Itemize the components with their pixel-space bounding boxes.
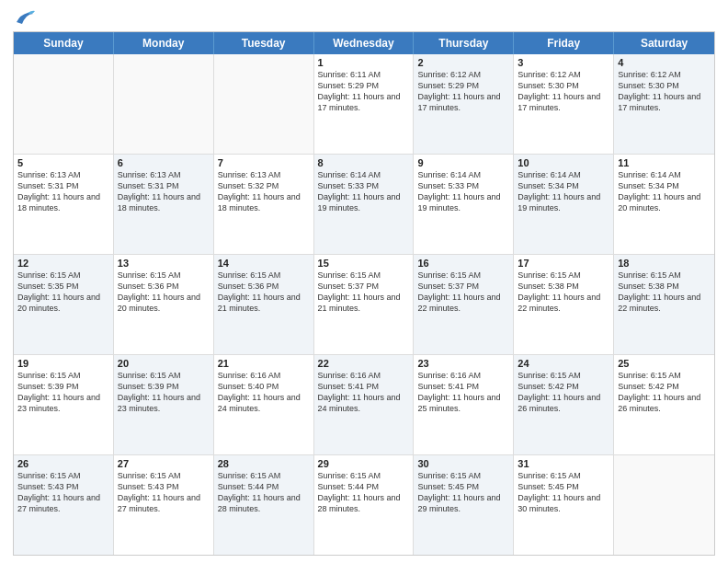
cal-header-wednesday: Wednesday bbox=[314, 32, 415, 54]
cell-info: Sunrise: 6:15 AM Sunset: 5:42 PM Dayligh… bbox=[618, 370, 711, 415]
day-number: 27 bbox=[118, 458, 210, 469]
day-number: 8 bbox=[318, 157, 410, 168]
cal-header-thursday: Thursday bbox=[414, 32, 514, 54]
cal-header-saturday: Saturday bbox=[614, 32, 714, 54]
cal-cell-1-0: 5Sunrise: 6:13 AM Sunset: 5:31 PM Daylig… bbox=[14, 155, 114, 254]
cal-cell-0-2 bbox=[214, 54, 314, 154]
cell-info: Sunrise: 6:15 AM Sunset: 5:43 PM Dayligh… bbox=[118, 470, 210, 515]
day-number: 1 bbox=[318, 57, 410, 68]
cell-info: Sunrise: 6:14 AM Sunset: 5:34 PM Dayligh… bbox=[618, 169, 711, 214]
cell-info: Sunrise: 6:15 AM Sunset: 5:37 PM Dayligh… bbox=[318, 270, 410, 315]
logo-bird-icon bbox=[15, 9, 35, 26]
day-number: 13 bbox=[118, 258, 210, 269]
day-number: 15 bbox=[318, 258, 410, 269]
day-number: 19 bbox=[17, 358, 109, 369]
cal-cell-1-3: 8Sunrise: 6:14 AM Sunset: 5:33 PM Daylig… bbox=[314, 155, 415, 254]
cal-cell-1-1: 6Sunrise: 6:13 AM Sunset: 5:31 PM Daylig… bbox=[114, 155, 214, 254]
cal-cell-4-5: 31Sunrise: 6:15 AM Sunset: 5:45 PM Dayli… bbox=[514, 455, 614, 555]
cell-info: Sunrise: 6:15 AM Sunset: 5:35 PM Dayligh… bbox=[17, 270, 109, 315]
cal-cell-1-6: 11Sunrise: 6:14 AM Sunset: 5:34 PM Dayli… bbox=[614, 155, 714, 254]
cell-info: Sunrise: 6:14 AM Sunset: 5:34 PM Dayligh… bbox=[518, 169, 609, 214]
day-number: 28 bbox=[218, 458, 310, 469]
page: SundayMondayTuesdayWednesdayThursdayFrid… bbox=[0, 0, 728, 563]
day-number: 16 bbox=[417, 258, 509, 269]
day-number: 5 bbox=[17, 157, 109, 168]
cal-cell-4-0: 26Sunrise: 6:15 AM Sunset: 5:43 PM Dayli… bbox=[14, 455, 114, 555]
day-number: 24 bbox=[518, 358, 609, 369]
cal-cell-2-5: 17Sunrise: 6:15 AM Sunset: 5:38 PM Dayli… bbox=[514, 255, 614, 354]
cell-info: Sunrise: 6:15 AM Sunset: 5:36 PM Dayligh… bbox=[118, 270, 210, 315]
logo bbox=[13, 9, 35, 26]
cal-cell-2-4: 16Sunrise: 6:15 AM Sunset: 5:37 PM Dayli… bbox=[414, 255, 514, 354]
cal-header-tuesday: Tuesday bbox=[214, 32, 314, 54]
cell-info: Sunrise: 6:11 AM Sunset: 5:29 PM Dayligh… bbox=[318, 69, 410, 114]
day-number: 11 bbox=[618, 157, 711, 168]
cal-cell-3-1: 20Sunrise: 6:15 AM Sunset: 5:39 PM Dayli… bbox=[114, 355, 214, 454]
calendar: SundayMondayTuesdayWednesdayThursdayFrid… bbox=[13, 31, 715, 556]
cal-header-friday: Friday bbox=[514, 32, 614, 54]
cell-info: Sunrise: 6:15 AM Sunset: 5:39 PM Dayligh… bbox=[17, 370, 109, 415]
cal-header-sunday: Sunday bbox=[14, 32, 114, 54]
cal-cell-3-3: 22Sunrise: 6:16 AM Sunset: 5:41 PM Dayli… bbox=[314, 355, 415, 454]
day-number: 30 bbox=[417, 458, 509, 469]
day-number: 18 bbox=[618, 258, 711, 269]
cell-info: Sunrise: 6:15 AM Sunset: 5:45 PM Dayligh… bbox=[518, 470, 609, 515]
cell-info: Sunrise: 6:13 AM Sunset: 5:32 PM Dayligh… bbox=[218, 169, 310, 214]
cell-info: Sunrise: 6:12 AM Sunset: 5:30 PM Dayligh… bbox=[518, 69, 609, 114]
cal-cell-2-0: 12Sunrise: 6:15 AM Sunset: 5:35 PM Dayli… bbox=[14, 255, 114, 354]
day-number: 3 bbox=[518, 57, 609, 68]
cal-cell-0-6: 4Sunrise: 6:12 AM Sunset: 5:30 PM Daylig… bbox=[614, 54, 714, 154]
cal-cell-4-3: 29Sunrise: 6:15 AM Sunset: 5:44 PM Dayli… bbox=[314, 455, 415, 555]
cell-info: Sunrise: 6:13 AM Sunset: 5:31 PM Dayligh… bbox=[17, 169, 109, 214]
day-number: 12 bbox=[17, 258, 109, 269]
day-number: 9 bbox=[417, 157, 509, 168]
day-number: 6 bbox=[118, 157, 210, 168]
day-number: 29 bbox=[318, 458, 410, 469]
cell-info: Sunrise: 6:15 AM Sunset: 5:44 PM Dayligh… bbox=[218, 470, 310, 515]
cal-cell-3-6: 25Sunrise: 6:15 AM Sunset: 5:42 PM Dayli… bbox=[614, 355, 714, 454]
cal-cell-4-6 bbox=[614, 455, 714, 555]
cal-cell-1-4: 9Sunrise: 6:14 AM Sunset: 5:33 PM Daylig… bbox=[414, 155, 514, 254]
day-number: 17 bbox=[518, 258, 609, 269]
calendar-row-4: 26Sunrise: 6:15 AM Sunset: 5:43 PM Dayli… bbox=[14, 455, 714, 555]
cal-cell-0-5: 3Sunrise: 6:12 AM Sunset: 5:30 PM Daylig… bbox=[514, 54, 614, 154]
cell-info: Sunrise: 6:15 AM Sunset: 5:43 PM Dayligh… bbox=[17, 470, 109, 515]
cal-cell-2-1: 13Sunrise: 6:15 AM Sunset: 5:36 PM Dayli… bbox=[114, 255, 214, 354]
day-number: 23 bbox=[417, 358, 509, 369]
day-number: 31 bbox=[518, 458, 609, 469]
cal-cell-0-1 bbox=[114, 54, 214, 154]
cal-cell-1-5: 10Sunrise: 6:14 AM Sunset: 5:34 PM Dayli… bbox=[514, 155, 614, 254]
cell-info: Sunrise: 6:15 AM Sunset: 5:38 PM Dayligh… bbox=[618, 270, 711, 315]
cell-info: Sunrise: 6:16 AM Sunset: 5:41 PM Dayligh… bbox=[417, 370, 509, 415]
cell-info: Sunrise: 6:15 AM Sunset: 5:38 PM Dayligh… bbox=[518, 270, 609, 315]
cal-cell-0-0 bbox=[14, 54, 114, 154]
cal-cell-2-6: 18Sunrise: 6:15 AM Sunset: 5:38 PM Dayli… bbox=[614, 255, 714, 354]
day-number: 25 bbox=[618, 358, 711, 369]
cal-cell-3-5: 24Sunrise: 6:15 AM Sunset: 5:42 PM Dayli… bbox=[514, 355, 614, 454]
cal-cell-4-2: 28Sunrise: 6:15 AM Sunset: 5:44 PM Dayli… bbox=[214, 455, 314, 555]
cal-cell-4-1: 27Sunrise: 6:15 AM Sunset: 5:43 PM Dayli… bbox=[114, 455, 214, 555]
day-number: 7 bbox=[218, 157, 310, 168]
cal-cell-2-2: 14Sunrise: 6:15 AM Sunset: 5:36 PM Dayli… bbox=[214, 255, 314, 354]
cell-info: Sunrise: 6:12 AM Sunset: 5:29 PM Dayligh… bbox=[417, 69, 509, 114]
day-number: 20 bbox=[118, 358, 210, 369]
cal-cell-3-2: 21Sunrise: 6:16 AM Sunset: 5:40 PM Dayli… bbox=[214, 355, 314, 454]
header bbox=[13, 9, 715, 26]
cal-cell-1-2: 7Sunrise: 6:13 AM Sunset: 5:32 PM Daylig… bbox=[214, 155, 314, 254]
day-number: 26 bbox=[17, 458, 109, 469]
calendar-header-row: SundayMondayTuesdayWednesdayThursdayFrid… bbox=[14, 32, 714, 54]
cell-info: Sunrise: 6:12 AM Sunset: 5:30 PM Dayligh… bbox=[618, 69, 711, 114]
cell-info: Sunrise: 6:14 AM Sunset: 5:33 PM Dayligh… bbox=[417, 169, 509, 214]
cal-cell-3-4: 23Sunrise: 6:16 AM Sunset: 5:41 PM Dayli… bbox=[414, 355, 514, 454]
calendar-body: 1Sunrise: 6:11 AM Sunset: 5:29 PM Daylig… bbox=[14, 54, 714, 555]
cell-info: Sunrise: 6:15 AM Sunset: 5:42 PM Dayligh… bbox=[518, 370, 609, 415]
calendar-row-2: 12Sunrise: 6:15 AM Sunset: 5:35 PM Dayli… bbox=[14, 255, 714, 355]
cell-info: Sunrise: 6:15 AM Sunset: 5:44 PM Dayligh… bbox=[318, 470, 410, 515]
day-number: 22 bbox=[318, 358, 410, 369]
cell-info: Sunrise: 6:14 AM Sunset: 5:33 PM Dayligh… bbox=[318, 169, 410, 214]
cal-cell-0-4: 2Sunrise: 6:12 AM Sunset: 5:29 PM Daylig… bbox=[414, 54, 514, 154]
cell-info: Sunrise: 6:15 AM Sunset: 5:36 PM Dayligh… bbox=[218, 270, 310, 315]
cell-info: Sunrise: 6:15 AM Sunset: 5:37 PM Dayligh… bbox=[417, 270, 509, 315]
cal-cell-2-3: 15Sunrise: 6:15 AM Sunset: 5:37 PM Dayli… bbox=[314, 255, 415, 354]
day-number: 4 bbox=[618, 57, 711, 68]
